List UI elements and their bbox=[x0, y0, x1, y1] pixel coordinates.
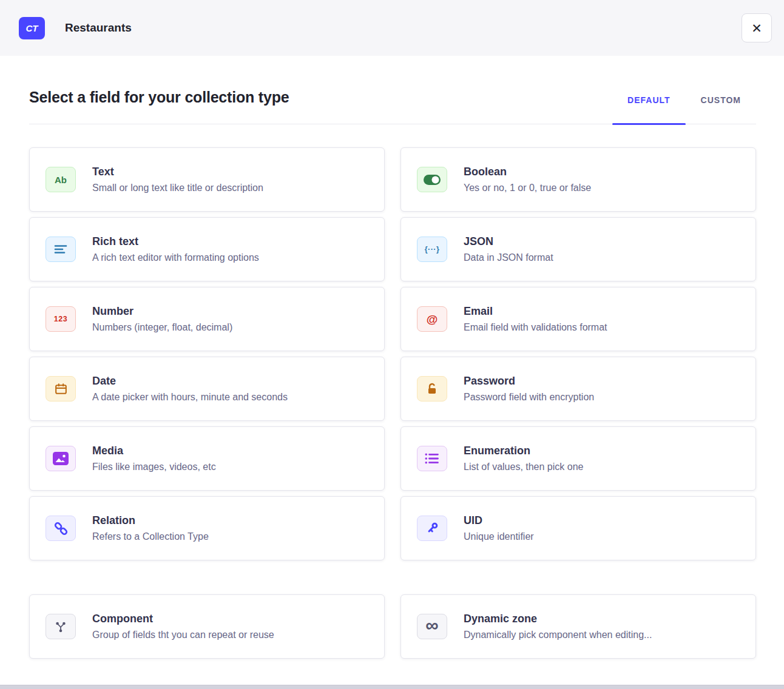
at-sign-icon: @ bbox=[417, 306, 447, 332]
field-card-enumeration[interactable]: Enumeration List of values, then pick on… bbox=[400, 426, 756, 491]
text-lines-icon bbox=[46, 237, 76, 262]
bullet-list-icon bbox=[417, 446, 447, 471]
collection-type-badge: CT bbox=[19, 17, 45, 39]
chain-link-icon bbox=[46, 516, 76, 541]
collection-name: Restaurants bbox=[65, 21, 132, 35]
field-description: Numbers (integer, float, decimal) bbox=[92, 322, 232, 333]
close-icon: ✕ bbox=[751, 22, 762, 35]
text-ab-icon: Ab bbox=[46, 167, 76, 192]
tab-custom[interactable]: CUSTOM bbox=[686, 95, 756, 124]
field-title: Dynamic zone bbox=[464, 613, 652, 625]
advanced-fields-grid: Component Group of fields tht you can re… bbox=[29, 594, 756, 659]
field-card-date[interactable]: Date A date picker with hours, minute an… bbox=[29, 357, 385, 421]
footer-edge bbox=[0, 685, 784, 689]
braces-icon: {···} bbox=[417, 237, 447, 262]
field-description: Dynamically pick component when editing.… bbox=[464, 630, 652, 640]
field-card-text[interactable]: Ab Text Small or long text like title or… bbox=[29, 147, 385, 212]
field-title: Text bbox=[92, 166, 263, 178]
title-row: Select a field for your collection type … bbox=[29, 89, 756, 124]
calendar-icon bbox=[46, 376, 76, 402]
field-card-password[interactable]: Password Password field with encryption bbox=[400, 357, 756, 421]
field-title: JSON bbox=[464, 235, 553, 248]
field-description: A date picker with hours, minute and sec… bbox=[92, 392, 288, 403]
field-description: Yes or no, 1 or 0, true or false bbox=[464, 183, 591, 193]
infinity-icon: ∞ bbox=[417, 614, 447, 639]
field-card-json[interactable]: {···} JSON Data in JSON format bbox=[400, 217, 756, 281]
field-description: Unique identifier bbox=[464, 531, 534, 542]
number-123-icon: 123 bbox=[46, 306, 76, 332]
field-card-number[interactable]: 123 Number Numbers (integer, float, deci… bbox=[29, 287, 385, 351]
field-card-dynamic-zone[interactable]: ∞ Dynamic zone Dynamically pick componen… bbox=[400, 594, 756, 659]
picture-icon bbox=[46, 446, 76, 471]
default-fields-grid: Ab Text Small or long text like title or… bbox=[29, 147, 756, 560]
tab-default[interactable]: DEFAULT bbox=[612, 95, 686, 124]
close-button[interactable]: ✕ bbox=[742, 13, 772, 42]
field-description: A rich text editor with formating option… bbox=[92, 252, 259, 263]
field-title: Rich text bbox=[92, 235, 259, 248]
field-title: Relation bbox=[92, 514, 209, 527]
field-type-tabs: DEFAULT CUSTOM bbox=[612, 95, 756, 124]
field-title: Date bbox=[92, 375, 288, 388]
field-card-rich-text[interactable]: Rich text A rich text editor with format… bbox=[29, 217, 385, 281]
field-title: Boolean bbox=[464, 166, 591, 178]
page-title: Select a field for your collection type bbox=[29, 89, 289, 124]
field-card-relation[interactable]: Relation Refers to a Collection Type bbox=[29, 496, 385, 560]
field-description: Small or long text like title or descrip… bbox=[92, 183, 263, 193]
field-card-media[interactable]: Media Files like images, videos, etc bbox=[29, 426, 385, 491]
component-nodes-icon bbox=[46, 614, 76, 639]
toggle-on-icon bbox=[417, 167, 447, 192]
field-title: Media bbox=[92, 445, 216, 457]
field-description: Password field with encryption bbox=[464, 392, 594, 403]
field-description: Data in JSON format bbox=[464, 252, 553, 263]
field-card-email[interactable]: @ Email Email field with validations for… bbox=[400, 287, 756, 351]
lock-icon bbox=[417, 376, 447, 402]
field-title: Number bbox=[92, 305, 232, 318]
field-title: Enumeration bbox=[464, 445, 583, 457]
field-title: Email bbox=[464, 305, 607, 318]
field-description: Group of fields tht you can repeat or re… bbox=[92, 630, 274, 640]
field-card-uid[interactable]: UID Unique identifier bbox=[400, 496, 756, 560]
key-icon bbox=[417, 516, 447, 541]
field-description: Refers to a Collection Type bbox=[92, 531, 209, 542]
field-description: Files like images, videos, etc bbox=[92, 462, 216, 472]
field-description: Email field with validations format bbox=[464, 322, 607, 333]
field-card-component[interactable]: Component Group of fields tht you can re… bbox=[29, 594, 385, 659]
field-description: List of values, then pick one bbox=[464, 462, 583, 472]
field-card-boolean[interactable]: Boolean Yes or no, 1 or 0, true or false bbox=[400, 147, 756, 212]
modal-header: CT Restaurants ✕ bbox=[0, 0, 784, 56]
field-title: Password bbox=[464, 375, 594, 388]
field-title: UID bbox=[464, 514, 534, 527]
field-title: Component bbox=[92, 613, 274, 625]
